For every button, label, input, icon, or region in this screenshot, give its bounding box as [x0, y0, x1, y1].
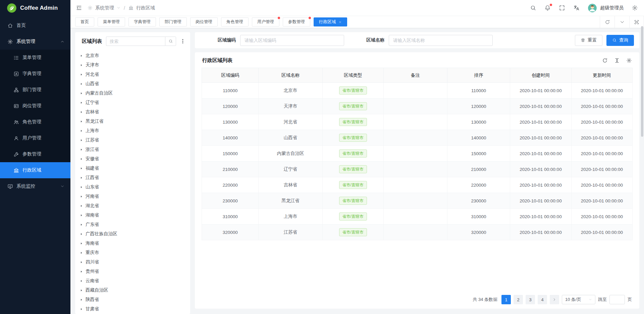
caret-right-icon[interactable] [80, 233, 83, 236]
tree-item[interactable]: 内蒙古自治区 [80, 88, 190, 98]
notifications-button[interactable] [544, 5, 551, 11]
caret-right-icon[interactable] [80, 186, 83, 189]
caret-right-icon[interactable] [80, 242, 83, 245]
fullscreen-icon[interactable] [559, 5, 565, 11]
sidebar-item[interactable]: 系统监控 [0, 178, 70, 194]
tree-item[interactable]: 江西省 [80, 173, 190, 182]
sidebar-item[interactable]: 字典管理 [0, 66, 70, 82]
sidebar-item[interactable]: 系统管理 [0, 34, 70, 50]
caret-right-icon[interactable] [80, 204, 83, 207]
caret-right-icon[interactable] [80, 298, 83, 301]
tree-item[interactable]: 湖北省 [80, 201, 190, 210]
tree-item[interactable]: 北京市 [80, 51, 190, 60]
caret-right-icon[interactable] [80, 214, 83, 217]
caret-right-icon[interactable] [80, 64, 83, 67]
caret-right-icon[interactable] [80, 101, 83, 104]
caret-right-icon[interactable] [80, 223, 83, 226]
page-button[interactable]: 2 [514, 295, 523, 304]
tree-item[interactable]: 重庆市 [80, 248, 190, 257]
breadcrumb-section[interactable]: 系统管理 [95, 5, 114, 11]
caret-right-icon[interactable] [80, 167, 83, 170]
tree-item[interactable]: 贵州省 [80, 267, 190, 276]
close-icon[interactable] [338, 20, 342, 24]
column-height-icon[interactable] [614, 58, 620, 63]
tab[interactable]: 首页 [75, 17, 94, 26]
settings-gear-icon[interactable] [632, 5, 638, 11]
caret-right-icon[interactable] [80, 139, 83, 142]
tree-item[interactable]: 广西壮族自治区 [80, 229, 190, 239]
refresh-icon[interactable] [602, 58, 608, 63]
page-size-select[interactable]: 10 条/页 [562, 295, 595, 304]
tab[interactable]: 菜单管理 [98, 17, 125, 26]
caret-right-icon[interactable] [80, 82, 83, 85]
sidebar-item[interactable]: 角色管理 [0, 114, 70, 130]
caret-right-icon[interactable] [80, 158, 83, 161]
sidebar-item[interactable]: 首页 [0, 17, 70, 34]
tab[interactable]: 行政区域 [314, 17, 347, 26]
caret-right-icon[interactable] [80, 54, 83, 57]
tree-item[interactable]: 浙江省 [80, 145, 190, 154]
tab[interactable]: 部门管理 [159, 17, 187, 26]
caret-right-icon[interactable] [80, 129, 83, 132]
tree-item[interactable]: 河南省 [80, 192, 190, 201]
caret-right-icon[interactable] [80, 92, 83, 95]
caret-right-icon[interactable] [80, 251, 83, 254]
caret-right-icon[interactable] [80, 279, 83, 282]
next-page-button[interactable] [550, 295, 559, 304]
tree-item[interactable]: 山西省 [80, 79, 190, 88]
tree-item[interactable]: 安徽省 [80, 154, 190, 164]
kebab-menu-icon[interactable] [180, 38, 185, 44]
region-code-input[interactable] [240, 35, 344, 46]
tab[interactable]: 岗位管理 [190, 17, 218, 26]
tab[interactable]: 角色管理 [221, 17, 249, 26]
caret-right-icon[interactable] [80, 111, 83, 114]
tree-item[interactable]: 湖南省 [80, 210, 190, 220]
refresh-button[interactable] [600, 16, 614, 28]
page-button[interactable]: 3 [526, 295, 535, 304]
tree-item[interactable]: 海南省 [80, 239, 190, 248]
reset-button[interactable]: 重置 [575, 35, 602, 46]
tree-item[interactable]: 山东省 [80, 182, 190, 192]
caret-right-icon[interactable] [80, 261, 83, 264]
settings-icon[interactable] [626, 58, 632, 63]
caret-right-icon[interactable] [80, 73, 83, 76]
tab[interactable]: 用户管理 [252, 17, 279, 26]
tree-item[interactable]: 吉林省 [80, 107, 190, 117]
translate-icon[interactable] [573, 5, 580, 11]
user-menu[interactable]: 超级管理员 [588, 3, 624, 13]
tree-item[interactable]: 河北省 [80, 70, 190, 79]
tree-item[interactable]: 辽宁省 [80, 98, 190, 107]
menu-fold-icon[interactable] [76, 5, 82, 11]
sidebar-item[interactable]: 行政区域 [0, 162, 70, 178]
caret-right-icon[interactable] [80, 289, 83, 292]
chevron-down-button[interactable] [614, 16, 629, 28]
search-button[interactable]: 查询 [606, 35, 634, 46]
scrollbar-thumb[interactable] [641, 26, 643, 137]
caret-right-icon[interactable] [80, 308, 83, 311]
tree-search-button[interactable] [165, 37, 176, 46]
caret-right-icon[interactable] [80, 176, 83, 179]
caret-right-icon[interactable] [80, 148, 83, 151]
tab[interactable]: 字典管理 [128, 17, 156, 26]
sidebar-item[interactable]: 用户管理 [0, 130, 70, 146]
jump-page-input[interactable] [609, 295, 625, 304]
tab[interactable]: 参数管理 [283, 17, 310, 26]
page-button[interactable]: 1 [501, 295, 511, 304]
sidebar-item[interactable]: 部门管理 [0, 82, 70, 98]
tree-item[interactable]: 西藏自治区 [80, 286, 190, 295]
tree-item[interactable]: 甘肃省 [80, 304, 190, 314]
tree-item[interactable]: 福建省 [80, 164, 190, 173]
caret-right-icon[interactable] [80, 120, 83, 123]
caret-right-icon[interactable] [80, 195, 83, 198]
region-name-input[interactable] [389, 35, 493, 46]
tree-item[interactable]: 江苏省 [80, 135, 190, 145]
caret-right-icon[interactable] [80, 270, 83, 273]
page-button[interactable]: 4 [538, 295, 547, 304]
tree-item[interactable]: 云南省 [80, 276, 190, 286]
tree-item[interactable]: 黑龙江省 [80, 117, 190, 126]
tree-item[interactable]: 广东省 [80, 220, 190, 229]
tree-item[interactable]: 四川省 [80, 257, 190, 267]
tree-item[interactable]: 上海市 [80, 126, 190, 135]
sidebar-item[interactable]: 菜单管理 [0, 50, 70, 66]
tree-item[interactable]: 天津市 [80, 60, 190, 70]
